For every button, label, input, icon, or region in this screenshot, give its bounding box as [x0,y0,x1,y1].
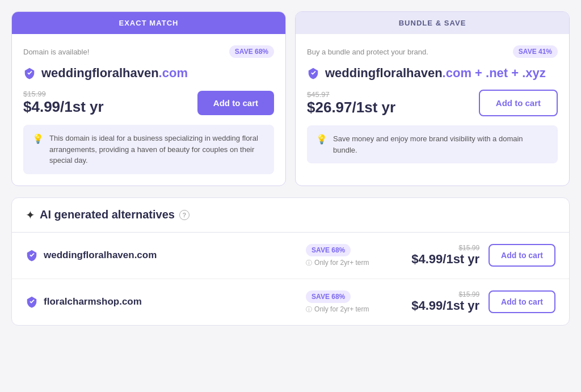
term-note-text: Only for 2yr+ term [314,305,369,313]
term-note-text: Only for 2yr+ term [314,259,369,267]
exact-add-to-cart-button[interactable]: Add to cart [197,91,274,115]
exact-info-box: 💡 This domain is ideal for a business sp… [23,125,274,174]
bundle-domain-name-row: weddingfloralhaven.com + .net + .xyz [307,66,558,81]
bundle-pricing: $45.97 $26.97/1st yr [307,90,395,116]
shield-icon [23,67,36,79]
availability-row: Domain is available! SAVE 68% [23,45,274,58]
bundle-title: BUNDLE & SAVE [399,19,466,27]
ai-sparkle-icon: ✦ [26,208,35,222]
term-help-icon: ⓘ [306,305,312,314]
bundle-bulb-icon: 💡 [316,134,327,145]
term-help-icon: ⓘ [306,259,312,267]
alt-current-price: $4.99/1st yr [406,298,479,313]
alt-term-note: ⓘ Only for 2yr+ term [306,305,369,314]
exact-match-header: EXACT MATCH [12,12,285,34]
alt-original-price: $15.99 [406,244,479,252]
bundle-current-price: $26.97/1st yr [307,99,395,116]
exact-match-title: EXACT MATCH [119,19,178,27]
alt-pricing: $15.99 $4.99/1st yr [406,290,479,313]
bundle-body: Buy a bundle and protect your brand. SAV… [296,34,569,175]
pricing-and-button: $15.99 $4.99/1st yr Add to cart [23,90,274,116]
exact-pricing: $15.99 $4.99/1st yr [23,90,104,116]
save-badge: SAVE 68% [229,45,274,58]
alt-save-badge: SAVE 68% [306,244,351,256]
bundle-pricing-and-button: $45.97 $26.97/1st yr Add to cart [307,90,558,116]
alt-save-badge: SAVE 68% [306,290,351,303]
bundle-domain-name: weddingfloralhaven.com + .net + .xyz [325,66,546,81]
alt-original-price: $15.99 [406,290,479,298]
alt-term-note: ⓘ Only for 2yr+ term [306,259,369,267]
alt-domain-name: floralcharmshop.com [44,296,142,307]
top-section: EXACT MATCH Domain is available! SAVE 68… [11,11,570,186]
alternatives-title: AI generated alternatives [40,208,175,221]
alt-row: floralcharmshop.com SAVE 68% ⓘ Only for … [12,279,569,325]
bundle-original-price: $45.97 [307,90,395,99]
bulb-icon: 💡 [32,133,44,144]
alt-row: weddingfloralhaven.com SAVE 68% ⓘ Only f… [12,233,569,279]
bundle-add-to-cart-button[interactable]: Add to cart [479,90,558,116]
alt-pricing: $15.99 $4.99/1st yr [406,244,479,267]
exact-current-price: $4.99/1st yr [23,98,104,116]
bundle-info-box: 💡 Save money and enjoy more brand visibi… [307,125,558,163]
help-icon[interactable]: ? [179,210,190,220]
bundle-availability-row: Buy a bundle and protect your brand. SAV… [307,45,558,58]
bundle-card: BUNDLE & SAVE Buy a bundle and protect y… [295,11,570,186]
bundle-info-text: Save money and enjoy more brand visibili… [333,133,549,155]
alt-domain-1: floralcharmshop.com [26,296,297,308]
bundle-availability-text: Buy a bundle and protect your brand. [307,48,428,56]
alt-save-section: SAVE 68% ⓘ Only for 2yr+ term [306,290,397,314]
alternatives-header: ✦ AI generated alternatives ? [12,198,569,233]
exact-match-card: EXACT MATCH Domain is available! SAVE 68… [11,11,286,186]
alt-save-section: SAVE 68% ⓘ Only for 2yr+ term [306,244,397,267]
alternatives-section: ✦ AI generated alternatives ? weddingflo… [11,197,570,326]
bundle-save-badge: SAVE 41% [513,45,558,58]
alt-add-to-cart-button[interactable]: Add to cart [489,244,555,267]
bundle-header: BUNDLE & SAVE [296,12,569,34]
alt-shield-icon [26,249,38,262]
availability-text: Domain is available! [23,48,89,56]
exact-original-price: $15.99 [23,90,104,98]
alt-current-price: $4.99/1st yr [406,252,479,267]
bundle-shield-icon [307,67,319,79]
domain-name-row: weddingfloralhaven.com [23,66,274,81]
alt-domain-name: weddingfloralhaven.com [44,250,157,261]
exact-info-text: This domain is ideal for a business spec… [49,133,265,166]
alt-add-to-cart-button[interactable]: Add to cart [489,290,555,313]
alt-domain-0: weddingfloralhaven.com [26,249,297,262]
exact-match-body: Domain is available! SAVE 68% weddingflo… [12,34,285,186]
alternatives-list: weddingfloralhaven.com SAVE 68% ⓘ Only f… [12,233,569,325]
exact-domain-name: weddingfloralhaven.com [41,66,188,81]
alt-shield-icon [26,296,38,308]
